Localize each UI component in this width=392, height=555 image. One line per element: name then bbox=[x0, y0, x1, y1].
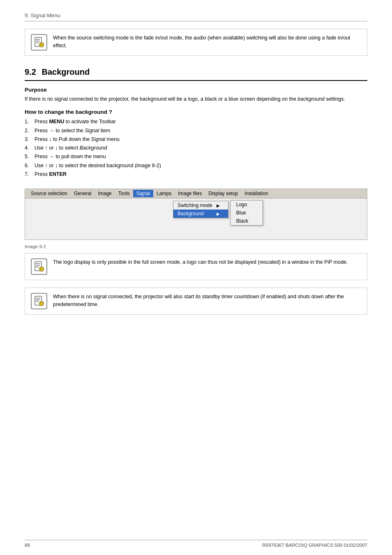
footer: 88 R5976367 BARCOIQ GRAPHICS 500 01/02/2… bbox=[25, 540, 367, 548]
step-5: 5. Press → to pull down the menu bbox=[25, 152, 367, 161]
svg-text:!: ! bbox=[41, 267, 42, 272]
menu-item-source-selection: Source selection bbox=[28, 190, 71, 197]
section-title-block: 9.2 Background bbox=[25, 67, 367, 81]
svg-rect-7 bbox=[36, 263, 40, 264]
submenu-item-logo: Logo bbox=[231, 200, 263, 209]
image-caption: Image 9-2 bbox=[25, 244, 367, 249]
menu-dropdown-area: Switching mode ▶ Background ▶ Logo Blue … bbox=[25, 198, 367, 240]
note-box-3: ! When there is no signal connected, the… bbox=[25, 288, 367, 315]
menu-item-image: Image bbox=[95, 190, 115, 197]
note-1-text: When the source switching mode is the fa… bbox=[53, 34, 361, 50]
step-7: 7. Press ENTER bbox=[25, 170, 367, 179]
step-1: 1. Press MENU to activate the Toolbar bbox=[25, 117, 367, 126]
page: 9. Signal Menu ! When the source switchi… bbox=[0, 0, 392, 555]
menu-item-lamps: Lamps bbox=[153, 190, 175, 197]
menu-bar: Source selection General Image Tools Sig… bbox=[25, 189, 367, 198]
svg-rect-1 bbox=[36, 39, 40, 40]
submenu-panel: Logo Blue Black bbox=[230, 200, 263, 226]
switching-mode-arrow: ▶ bbox=[217, 203, 220, 208]
note-3-text: When there is no signal connected, the p… bbox=[53, 293, 361, 309]
menu-item-installation: Installation bbox=[241, 190, 271, 197]
section-number: 9.2 bbox=[25, 67, 36, 76]
note-icon-2: ! bbox=[31, 258, 47, 275]
svg-rect-8 bbox=[36, 265, 40, 266]
svg-rect-14 bbox=[36, 299, 40, 300]
document-icon: ! bbox=[33, 37, 45, 48]
dropdown-item-background: Background ▶ bbox=[173, 210, 228, 218]
purpose-text: If there is no signal connected to the p… bbox=[25, 95, 367, 103]
menu-item-signal: Signal bbox=[133, 190, 153, 197]
svg-text:!: ! bbox=[41, 43, 42, 47]
svg-rect-3 bbox=[36, 42, 39, 43]
note-box-2: ! The logo display is only possible in t… bbox=[25, 253, 367, 280]
dropdown-row: Switching mode ▶ Background ▶ Logo Blue … bbox=[25, 200, 263, 226]
svg-rect-2 bbox=[36, 41, 40, 41]
svg-rect-13 bbox=[36, 298, 40, 299]
menu-item-image-files: Image files bbox=[175, 190, 205, 197]
purpose-heading: Purpose bbox=[25, 87, 367, 93]
submenu-item-black: Black bbox=[231, 217, 263, 225]
dropdown-item-switching-mode: Switching mode ▶ bbox=[173, 201, 228, 210]
step-4: 4. Use ↑ or ↓ to select Background bbox=[25, 144, 367, 152]
steps-list: 1. Press MENU to activate the Toolbar 2.… bbox=[25, 117, 367, 179]
doc-info: R5976367 BARCOIQ GRAPHICS 500 01/02/2007 bbox=[262, 543, 367, 548]
step-3: 3. Press ↓ to Pull down the Signal menu bbox=[25, 135, 367, 144]
menu-item-display-setup: Display setup bbox=[205, 190, 241, 197]
section-title: Background bbox=[42, 67, 90, 76]
document-icon-3: ! bbox=[33, 295, 45, 307]
page-number: 88 bbox=[25, 543, 30, 548]
note-box-1: ! When the source switching mode is the … bbox=[25, 29, 367, 56]
step-2: 2. Press → to select the Signal item bbox=[25, 127, 367, 135]
step-6: 6. Use ↑ or ↓ to select the desired back… bbox=[25, 161, 367, 170]
menu-item-tools: Tools bbox=[115, 190, 133, 197]
svg-rect-9 bbox=[36, 267, 39, 267]
svg-text:!: ! bbox=[41, 302, 42, 306]
note-2-text: The logo display is only possible in the… bbox=[53, 258, 348, 266]
note-icon-3: ! bbox=[31, 293, 47, 309]
background-arrow: ▶ bbox=[217, 212, 220, 216]
menu-item-general: General bbox=[71, 190, 95, 197]
section-header: 9. Signal Menu bbox=[25, 12, 367, 21]
note-icon-1: ! bbox=[31, 34, 47, 51]
svg-rect-15 bbox=[36, 301, 39, 302]
submenu-item-blue: Blue bbox=[231, 209, 263, 217]
section-header-text: 9. Signal Menu bbox=[25, 12, 60, 18]
howto-heading: How to change the background ? bbox=[25, 109, 367, 115]
document-icon-2: ! bbox=[33, 261, 45, 272]
dropdown-panel: Switching mode ▶ Background ▶ bbox=[173, 201, 228, 218]
menu-demo: Source selection General Image Tools Sig… bbox=[25, 189, 367, 240]
